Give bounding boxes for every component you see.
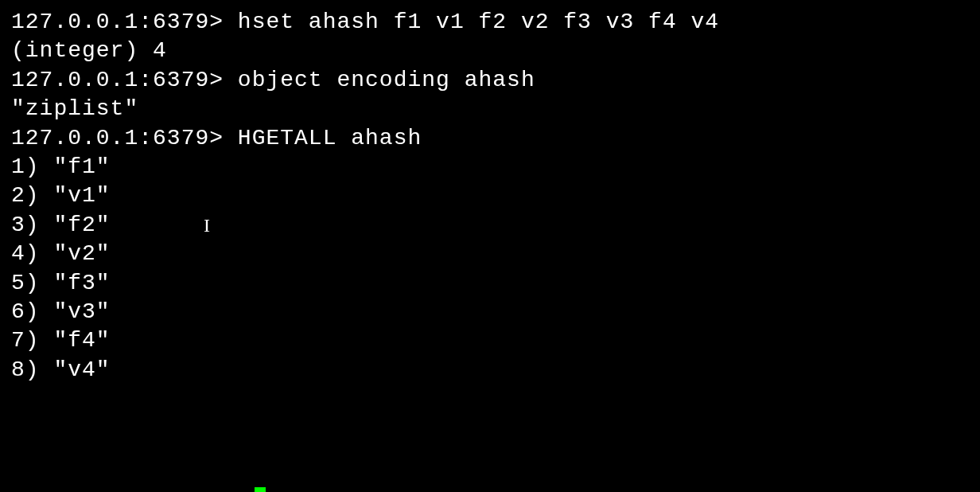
terminal-line: 3) "f2": [11, 211, 969, 240]
terminal-prompt: 127.0.0.1:6379>: [11, 10, 238, 34]
terminal-line: "ziplist": [11, 95, 969, 123]
terminal-line: 4) "v2": [11, 240, 969, 268]
terminal-prompt: 127.0.0.1:6379>: [11, 126, 238, 150]
terminal-line: 5) "f3": [11, 269, 969, 298]
terminal-output-text: 2) "v1": [11, 183, 111, 208]
terminal-output-text: 3) "f2": [11, 213, 111, 237]
terminal-output-text: 8) "v4": [11, 357, 111, 382]
terminal-output-text: 4) "v2": [11, 241, 111, 266]
terminal-line: (integer) 4: [11, 37, 969, 65]
terminal-command: object encoding ahash: [238, 68, 535, 92]
terminal-output-text: (integer) 4: [11, 38, 167, 63]
terminal-prompt: 127.0.0.1:6379>: [11, 68, 238, 92]
terminal-output-text: 5) "f3": [11, 271, 111, 295]
terminal-line: 127.0.0.1:6379> HGETALL ahash: [11, 124, 969, 153]
terminal-line: 2) "v1": [11, 182, 969, 210]
terminal-line: 1) "f1": [11, 153, 969, 182]
terminal-command: HGETALL ahash: [238, 126, 422, 150]
terminal-output-text: 7) "f4": [11, 328, 111, 353]
terminal-output-text: 6) "v3": [11, 299, 111, 324]
terminal-output-text: 1) "f1": [11, 154, 111, 179]
terminal-line: 127.0.0.1:6379> object encoding ahash: [11, 66, 969, 95]
text-cursor-icon: I: [204, 213, 211, 238]
terminal-command: hset ahash f1 v1 f2 v2 f3 v3 f4 v4: [238, 10, 719, 34]
terminal-line: 6) "v3": [11, 298, 969, 326]
terminal-output-text: "ziplist": [11, 96, 138, 121]
terminal-output[interactable]: 127.0.0.1:6379> hset ahash f1 v1 f2 v2 f…: [11, 8, 969, 385]
terminal-line: 8) "v4": [11, 356, 969, 385]
terminal-cursor: [255, 487, 266, 492]
terminal-line: 7) "f4": [11, 326, 969, 355]
terminal-line: 127.0.0.1:6379> hset ahash f1 v1 f2 v2 f…: [11, 8, 969, 37]
